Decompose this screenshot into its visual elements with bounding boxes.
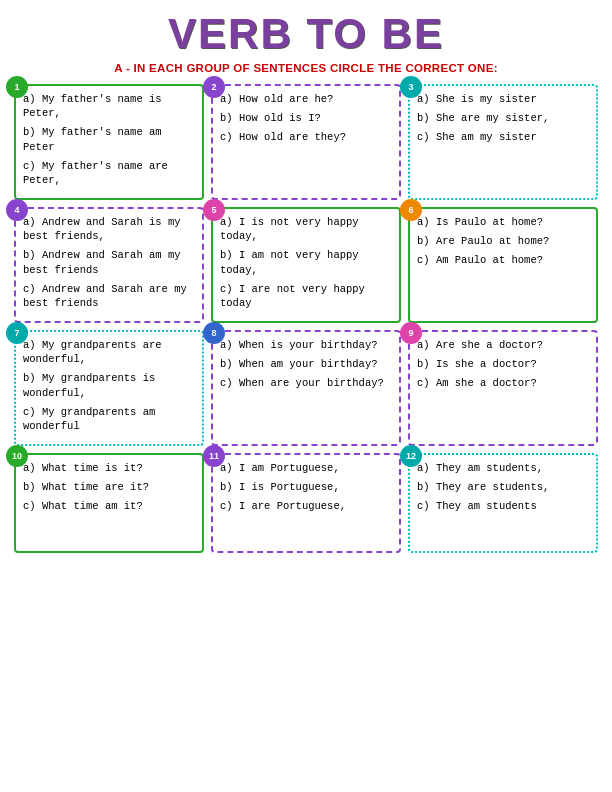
- option-item: b) I am not very happy today,: [220, 248, 392, 276]
- option-item: c) I are not very happy today: [220, 282, 392, 310]
- option-item: b) Is she a doctor?: [417, 357, 589, 371]
- option-item: b) When am your birthday?: [220, 357, 392, 371]
- options-list-9: a) Are she a doctor?b) Is she a doctor?c…: [417, 338, 589, 391]
- options-list-4: a) Andrew and Sarah is my best friends,b…: [23, 215, 195, 310]
- card-badge-9: 9: [400, 322, 422, 344]
- card-badge-3: 3: [400, 76, 422, 98]
- option-item: b) She are my sister,: [417, 111, 589, 125]
- option-item: c) What time am it?: [23, 499, 195, 513]
- question-card-10: 10a) What time is it?b) What time are it…: [14, 453, 204, 553]
- option-item: c) When are your birthday?: [220, 376, 392, 390]
- option-item: a) My father's name is Peter,: [23, 92, 195, 120]
- options-list-11: a) I am Portuguese,b) I is Portuguese,c)…: [220, 461, 392, 514]
- option-item: a) Is Paulo at home?: [417, 215, 589, 229]
- card-badge-8: 8: [203, 322, 225, 344]
- options-list-10: a) What time is it?b) What time are it?c…: [23, 461, 195, 514]
- card-badge-4: 4: [6, 199, 28, 221]
- subtitle: A - IN EACH GROUP OF SENTENCES CIRCLE TH…: [14, 62, 598, 74]
- questions-grid: 1a) My father's name is Peter,b) My fath…: [14, 84, 598, 553]
- options-list-5: a) I is not very happy today,b) I am not…: [220, 215, 392, 310]
- option-item: b) My grandparents is wonderful,: [23, 371, 195, 399]
- question-card-11: 11a) I am Portuguese,b) I is Portuguese,…: [211, 453, 401, 553]
- card-badge-2: 2: [203, 76, 225, 98]
- question-card-12: 12a) They am students,b) They are studen…: [408, 453, 598, 553]
- option-item: b) What time are it?: [23, 480, 195, 494]
- option-item: a) What time is it?: [23, 461, 195, 475]
- option-item: a) I is not very happy today,: [220, 215, 392, 243]
- option-item: b) I is Portuguese,: [220, 480, 392, 494]
- option-item: c) She am my sister: [417, 130, 589, 144]
- options-list-3: a) She is my sisterb) She are my sister,…: [417, 92, 589, 145]
- option-item: a) When is your birthday?: [220, 338, 392, 352]
- option-item: c) Am Paulo at home?: [417, 253, 589, 267]
- question-card-5: 5a) I is not very happy today,b) I am no…: [211, 207, 401, 323]
- option-item: b) Andrew and Sarah am my best friends: [23, 248, 195, 276]
- question-card-4: 4a) Andrew and Sarah is my best friends,…: [14, 207, 204, 323]
- question-card-1: 1a) My father's name is Peter,b) My fath…: [14, 84, 204, 200]
- page-title: VERB TO BE: [14, 10, 598, 58]
- option-item: b) How old is I?: [220, 111, 392, 125]
- question-card-9: 9a) Are she a doctor?b) Is she a doctor?…: [408, 330, 598, 446]
- card-badge-11: 11: [203, 445, 225, 467]
- card-badge-7: 7: [6, 322, 28, 344]
- options-list-8: a) When is your birthday?b) When am your…: [220, 338, 392, 391]
- option-item: a) Are she a doctor?: [417, 338, 589, 352]
- option-item: c) I are Portuguese,: [220, 499, 392, 513]
- card-badge-1: 1: [6, 76, 28, 98]
- question-card-3: 3a) She is my sisterb) She are my sister…: [408, 84, 598, 200]
- option-item: a) She is my sister: [417, 92, 589, 106]
- option-item: c) My father's name are Peter,: [23, 159, 195, 187]
- option-item: a) They am students,: [417, 461, 589, 475]
- option-item: b) They are students,: [417, 480, 589, 494]
- options-list-1: a) My father's name is Peter,b) My fathe…: [23, 92, 195, 187]
- option-item: c) How old are they?: [220, 130, 392, 144]
- option-item: c) Am she a doctor?: [417, 376, 589, 390]
- card-badge-6: 6: [400, 199, 422, 221]
- option-item: c) My grandparents am wonderful: [23, 405, 195, 433]
- option-item: a) Andrew and Sarah is my best friends,: [23, 215, 195, 243]
- options-list-12: a) They am students,b) They are students…: [417, 461, 589, 514]
- option-item: a) I am Portuguese,: [220, 461, 392, 475]
- question-card-8: 8a) When is your birthday?b) When am you…: [211, 330, 401, 446]
- question-card-7: 7a) My grandparents are wonderful,b) My …: [14, 330, 204, 446]
- question-card-6: 6a) Is Paulo at home?b) Are Paulo at hom…: [408, 207, 598, 323]
- options-list-2: a) How old are he?b) How old is I?c) How…: [220, 92, 392, 145]
- card-badge-10: 10: [6, 445, 28, 467]
- option-item: a) My grandparents are wonderful,: [23, 338, 195, 366]
- option-item: c) They am students: [417, 499, 589, 513]
- option-item: c) Andrew and Sarah are my best friends: [23, 282, 195, 310]
- option-item: b) Are Paulo at home?: [417, 234, 589, 248]
- card-badge-5: 5: [203, 199, 225, 221]
- options-list-6: a) Is Paulo at home?b) Are Paulo at home…: [417, 215, 589, 268]
- option-item: b) My father's name am Peter: [23, 125, 195, 153]
- card-badge-12: 12: [400, 445, 422, 467]
- options-list-7: a) My grandparents are wonderful,b) My g…: [23, 338, 195, 433]
- option-item: a) How old are he?: [220, 92, 392, 106]
- question-card-2: 2a) How old are he?b) How old is I?c) Ho…: [211, 84, 401, 200]
